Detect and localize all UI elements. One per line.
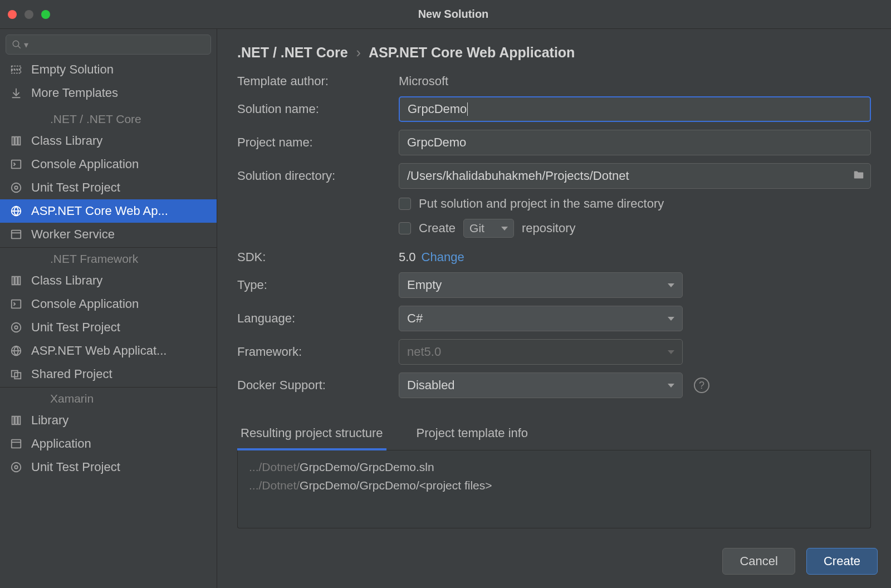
result-line1-prefix: .../Dotnet/ <box>249 460 300 473</box>
solution-directory-label: Solution directory: <box>237 169 399 183</box>
create-label: Create <box>419 221 456 236</box>
sidebar-item-label: Console Application <box>31 157 139 171</box>
svg-point-26 <box>14 465 18 469</box>
project-name-input[interactable] <box>399 130 871 155</box>
svg-point-17 <box>14 326 18 329</box>
sidebar-item-shared-project[interactable]: Shared Project <box>0 362 217 386</box>
type-select[interactable]: Empty <box>399 272 683 298</box>
sidebar-item-label: More Templates <box>31 86 118 100</box>
sidebar-item-classlib-fx[interactable]: Class Library <box>0 269 217 292</box>
same-directory-checkbox[interactable] <box>399 198 411 210</box>
sidebar-item-more-templates[interactable]: More Templates <box>0 81 217 105</box>
svg-rect-13 <box>15 277 17 285</box>
svg-rect-14 <box>18 277 21 285</box>
maximize-window-button[interactable] <box>41 10 50 19</box>
sidebar-item-label: Worker Service <box>31 227 115 242</box>
sidebar-item-xamarin-library[interactable]: Library <box>0 409 217 432</box>
sidebar-item-xamarin-application[interactable]: Application <box>0 432 217 455</box>
svg-rect-23 <box>18 416 21 425</box>
sidebar-item-worker-service[interactable]: Worker Service <box>0 223 217 246</box>
svg-rect-6 <box>18 137 21 145</box>
solution-directory-input-wrap <box>399 163 871 189</box>
folder-browse-icon[interactable] <box>853 169 865 183</box>
breadcrumb: .NET / .NET Core › ASP.NET Core Web Appl… <box>237 45 871 61</box>
repository-label: repository <box>522 221 576 236</box>
svg-rect-21 <box>12 416 14 425</box>
sidebar-item-label: Library <box>31 413 68 428</box>
sidebar-item-label: Empty Solution <box>31 62 114 77</box>
content-panel: .NET / .NET Core › ASP.NET Core Web Appl… <box>217 29 891 588</box>
sidebar-item-label: Unit Test Project <box>31 320 120 335</box>
console-icon <box>9 157 23 171</box>
sidebar-item-label: Class Library <box>31 134 102 148</box>
search-icon <box>12 40 22 50</box>
empty-solution-icon <box>9 62 23 77</box>
chevron-down-icon <box>668 317 674 321</box>
sidebar-item-xamarin-unit-test[interactable]: Unit Test Project <box>0 455 217 479</box>
svg-rect-2 <box>12 66 21 70</box>
svg-point-16 <box>12 323 21 332</box>
svg-rect-12 <box>12 277 14 285</box>
sidebar-item-console-fx[interactable]: Console Application <box>0 292 217 316</box>
create-repo-checkbox[interactable] <box>399 222 411 234</box>
solution-directory-input[interactable] <box>407 169 853 183</box>
framework-value: net5.0 <box>407 345 441 359</box>
svg-line-1 <box>18 46 21 48</box>
tab-template-info[interactable]: Project template info <box>413 419 532 450</box>
project-name-label: Project name: <box>237 135 399 150</box>
close-window-button[interactable] <box>8 10 17 19</box>
window-controls <box>8 10 50 19</box>
test-icon <box>9 320 23 335</box>
language-label: Language: <box>237 311 399 326</box>
tab-resulting-structure[interactable]: Resulting project structure <box>237 419 386 450</box>
chevron-down-icon <box>668 283 674 287</box>
create-button[interactable]: Create <box>806 548 878 575</box>
sidebar-item-label: Class Library <box>31 273 102 288</box>
titlebar: New Solution <box>0 0 891 29</box>
svg-point-0 <box>13 41 19 47</box>
breadcrumb-part1: .NET / .NET Core <box>237 45 348 60</box>
sidebar-item-aspnet-fx[interactable]: ASP.NET Web Applicat... <box>0 339 217 362</box>
vcs-dropdown[interactable]: Git <box>463 219 514 238</box>
sidebar-item-label: Application <box>31 437 91 451</box>
language-select[interactable]: C# <box>399 306 683 331</box>
sidebar-item-aspnet-core[interactable]: ASP.NET Core Web Ap... <box>0 199 217 223</box>
sidebar-item-label: Unit Test Project <box>31 460 120 474</box>
solution-name-value: GrpcDemo <box>408 102 467 116</box>
sdk-change-link[interactable]: Change <box>422 250 464 264</box>
chevron-down-icon <box>668 384 674 388</box>
search-input[interactable]: ▾ <box>6 35 211 55</box>
svg-rect-22 <box>15 416 17 425</box>
chevron-down-icon <box>501 227 508 231</box>
sdk-label: SDK: <box>237 250 399 264</box>
download-icon <box>9 86 23 100</box>
sidebar-item-class-library[interactable]: Class Library <box>0 129 217 153</box>
footer-buttons: Cancel Create <box>722 548 878 575</box>
sidebar-item-console-app[interactable]: Console Application <box>0 153 217 176</box>
svg-rect-7 <box>12 160 21 169</box>
same-directory-label: Put solution and project in the same dir… <box>419 197 664 211</box>
globe-icon <box>9 204 23 218</box>
solution-name-input[interactable]: GrpcDemo <box>399 96 871 122</box>
window-title: New Solution <box>50 8 856 21</box>
sidebar-item-empty-solution[interactable]: Empty Solution <box>0 58 217 81</box>
sidebar-item-unit-test-fx[interactable]: Unit Test Project <box>0 316 217 339</box>
svg-point-25 <box>12 463 21 472</box>
library-icon <box>9 134 23 148</box>
cancel-button[interactable]: Cancel <box>722 548 795 575</box>
framework-select: net5.0 <box>399 339 683 365</box>
breadcrumb-part2: ASP.NET Core Web Application <box>369 45 575 60</box>
docker-select[interactable]: Disabled <box>399 373 683 398</box>
docker-value: Disabled <box>407 378 455 393</box>
type-label: Type: <box>237 278 399 292</box>
svg-rect-5 <box>15 137 17 145</box>
sidebar-item-label: ASP.NET Core Web Ap... <box>31 204 168 218</box>
minimize-window-button[interactable] <box>25 10 33 19</box>
breadcrumb-separator: › <box>356 45 361 60</box>
sidebar-item-unit-test[interactable]: Unit Test Project <box>0 176 217 199</box>
help-icon[interactable]: ? <box>694 378 709 393</box>
sidebar-heading-netfx: .NET Framework <box>0 247 217 269</box>
library-icon <box>9 273 23 288</box>
solution-name-label: Solution name: <box>237 102 399 116</box>
sidebar-heading-netcore: .NET / .NET Core <box>0 108 217 129</box>
